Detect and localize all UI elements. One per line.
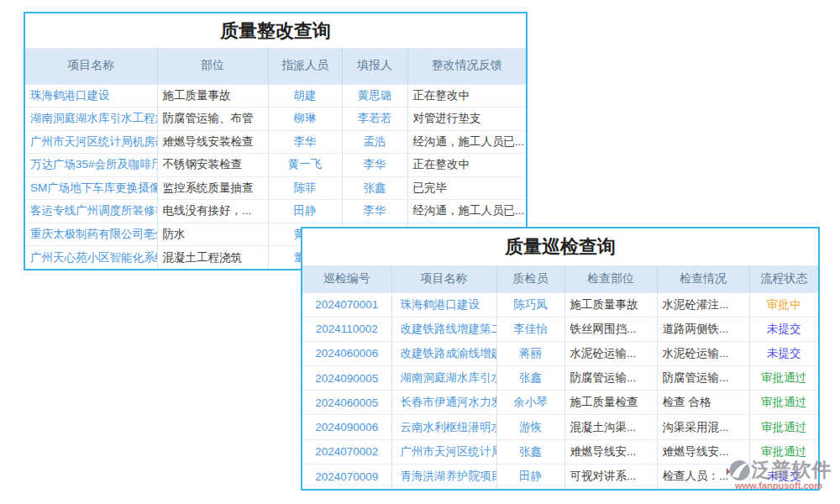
reporter-link[interactable]: 李华 — [342, 200, 407, 223]
table-row: 2024060005 长春市伊通河水力发电 余小琴 施工质量检查 检查 合格 审… — [302, 391, 818, 415]
inspector-link[interactable]: 田静 — [496, 464, 564, 488]
project-link[interactable]: 云南水利枢纽潜明水库 — [391, 415, 496, 439]
assignee-link[interactable]: 李华 — [268, 130, 342, 154]
check-detail-cell: 沟渠采用混... — [657, 415, 749, 439]
part-cell: 不锈钢安装检查 — [157, 154, 268, 177]
check-detail-cell: 道路两侧铁... — [657, 317, 749, 341]
status-badge: 审批通过 — [761, 371, 806, 384]
project-link[interactable]: 珠海鹤港口建设 — [391, 292, 496, 317]
table-row: 广州市天河区统计局机房改造 难燃导线安装检查 李华 孟浩 经沟通，施工人员已..… — [25, 130, 526, 154]
col-header-inspector: 质检员 — [496, 265, 564, 292]
project-link[interactable]: SM广场地下车库更换摄像机 — [25, 176, 157, 200]
check-detail-cell: 检查人员：... — [657, 464, 749, 488]
reporter-link[interactable]: 李华 — [342, 154, 407, 177]
project-link[interactable]: 广州市天河区统计局机 — [391, 439, 496, 464]
feedback-cell: 经沟通，施工人员已... — [407, 130, 526, 154]
table-row: 2024070009 青海洪湖养护院项目 田静 可视对讲系... 检查人员：..… — [302, 464, 818, 488]
assignee-link[interactable]: 黄一飞 — [268, 154, 342, 177]
project-link[interactable]: 青海洪湖养护院项目 — [391, 464, 496, 488]
status-badge: 审批通过 — [761, 445, 806, 458]
inspection-table: 巡检编号 项目名称 质检员 检查部位 检查情况 流程状态 2024070001 … — [302, 265, 818, 489]
project-link[interactable]: 重庆太极制药有限公司亳州 — [25, 223, 157, 246]
table-row: 2024090006 云南水利枢纽潜明水库 游恢 混凝土沟渠... 沟渠采用混.… — [302, 415, 818, 439]
check-detail-cell: 水泥砼灌注... — [657, 292, 749, 317]
check-part-cell: 施工质量事故 — [564, 292, 657, 317]
inspection-id-link[interactable]: 2024070001 — [302, 292, 391, 317]
table-row: 2024070002 广州市天河区统计局机 张鑫 难燃导线安... 难燃导线安.… — [302, 439, 818, 464]
project-link[interactable]: 湖南洞庭湖水库引水工程施工 — [25, 108, 157, 131]
inspector-link[interactable]: 陈巧凤 — [496, 292, 564, 317]
inspection-id-link[interactable]: 2024060005 — [302, 391, 391, 415]
part-cell: 混凝土工程浇筑 — [157, 246, 268, 270]
check-part-cell: 防腐管运输... — [564, 366, 657, 391]
table-row: 万达广场35#会所及咖啡厅装 不锈钢安装检查 黄一飞 李华 正在整改中 — [25, 154, 526, 177]
project-link[interactable]: 珠海鹤港口建设 — [25, 84, 157, 108]
assignee-link[interactable]: 田静 — [268, 200, 342, 223]
feedback-cell: 正在整改中 — [407, 84, 526, 108]
col-header-part: 部位 — [157, 48, 268, 84]
col-header-check-part: 检查部位 — [564, 265, 657, 292]
project-link[interactable]: 长春市伊通河水力发电 — [391, 391, 496, 415]
feedback-cell: 对管进行垫支 — [407, 108, 526, 131]
inspection-id-link[interactable]: 2024060006 — [302, 341, 391, 365]
status-badge: 审批通过 — [761, 421, 806, 433]
inspector-link[interactable]: 张鑫 — [496, 439, 564, 464]
status-badge: 未提交 — [767, 347, 801, 360]
col-header-check-detail: 检查情况 — [657, 265, 749, 292]
project-link[interactable]: 改建铁路成渝线增建第 — [391, 341, 496, 365]
project-link[interactable]: 湖南洞庭湖水库引水工 — [391, 366, 496, 391]
inspection-query-window: 质量巡检查询 巡检编号 项目名称 质检员 检查部位 检查情况 流程状态 2024… — [301, 227, 820, 491]
status-badge: 审批中 — [767, 298, 801, 311]
part-cell: 监控系统质量抽查 — [157, 176, 268, 200]
table-row: 珠海鹤港口建设 施工质量事故 胡建 黄思璐 正在整改中 — [25, 84, 526, 108]
inspection-window-title: 质量巡检查询 — [302, 228, 818, 265]
status-badge: 未提交 — [767, 323, 801, 335]
feedback-cell: 正在整改中 — [407, 154, 526, 177]
inspector-link[interactable]: 蒋丽 — [496, 341, 564, 365]
col-header-inspection-id: 巡检编号 — [302, 265, 391, 292]
part-cell: 施工质量事故 — [157, 84, 268, 108]
feedback-cell: 经沟通，施工人员已... — [407, 200, 526, 223]
assignee-link[interactable]: 柳琳 — [268, 108, 342, 131]
feedback-cell: 已完毕 — [407, 176, 526, 200]
inspection-id-link[interactable]: 2024090005 — [302, 366, 391, 391]
project-link[interactable]: 万达广场35#会所及咖啡厅装 — [25, 154, 157, 177]
rectification-window-title: 质量整改查询 — [25, 13, 526, 48]
project-link[interactable]: 客运专线广州调度所装修项目 — [25, 200, 157, 223]
col-header-reporter: 填报人 — [342, 48, 407, 84]
col-header-flow-status: 流程状态 — [749, 265, 818, 292]
table-row: 2024060006 改建铁路成渝线增建第 蒋丽 水泥砼运输... 水泥砼运输.… — [302, 341, 818, 365]
reporter-link[interactable]: 黄思璐 — [342, 84, 407, 108]
inspection-id-link[interactable]: 2024070009 — [302, 464, 391, 488]
check-part-cell: 水泥砼运输... — [564, 341, 657, 365]
inspection-id-link[interactable]: 2024090006 — [302, 415, 391, 439]
check-part-cell: 可视对讲系... — [564, 464, 657, 488]
inspector-link[interactable]: 游恢 — [496, 415, 564, 439]
inspection-id-link[interactable]: 2024070002 — [302, 439, 391, 464]
assignee-link[interactable]: 陈菲 — [268, 176, 342, 200]
status-badge: 审批通过 — [761, 396, 806, 408]
table-row: 2024090005 湖南洞庭湖水库引水工 张鑫 防腐管运输... 防腐管运输.… — [302, 366, 818, 391]
part-cell: 难燃导线安装检查 — [157, 130, 268, 154]
reporter-link[interactable]: 孟浩 — [342, 130, 407, 154]
part-cell: 防腐管运输、布管 — [157, 108, 268, 131]
project-link[interactable]: 改建铁路线增建第二线 — [391, 317, 496, 341]
check-part-cell: 施工质量检查 — [564, 391, 657, 415]
inspector-link[interactable]: 余小琴 — [496, 391, 564, 415]
inspector-link[interactable]: 张鑫 — [496, 366, 564, 391]
check-detail-cell: 难燃导线安... — [657, 439, 749, 464]
table-row: 2024070001 珠海鹤港口建设 陈巧凤 施工质量事故 水泥砼灌注... 审… — [302, 292, 818, 317]
inspector-link[interactable]: 李佳怡 — [496, 317, 564, 341]
part-cell: 防水 — [157, 223, 268, 246]
project-link[interactable]: 广州市天河区统计局机房改造 — [25, 130, 157, 154]
reporter-link[interactable]: 张鑫 — [342, 176, 407, 200]
project-link[interactable]: 广州天心苑小区智能化系统 — [25, 246, 157, 270]
check-detail-cell: 水泥砼运输... — [657, 341, 749, 365]
inspection-id-link[interactable]: 2024110002 — [302, 317, 391, 341]
assignee-link[interactable]: 胡建 — [268, 84, 342, 108]
table-row: 湖南洞庭湖水库引水工程施工 防腐管运输、布管 柳琳 李若若 对管进行垫支 — [25, 108, 526, 131]
table-row: 客运专线广州调度所装修项目 电线没有接好，... 田静 李华 经沟通，施工人员已… — [25, 200, 526, 223]
reporter-link[interactable]: 李若若 — [342, 108, 407, 131]
inspection-header-row: 巡检编号 项目名称 质检员 检查部位 检查情况 流程状态 — [302, 265, 818, 292]
check-part-cell: 混凝土沟渠... — [564, 415, 657, 439]
